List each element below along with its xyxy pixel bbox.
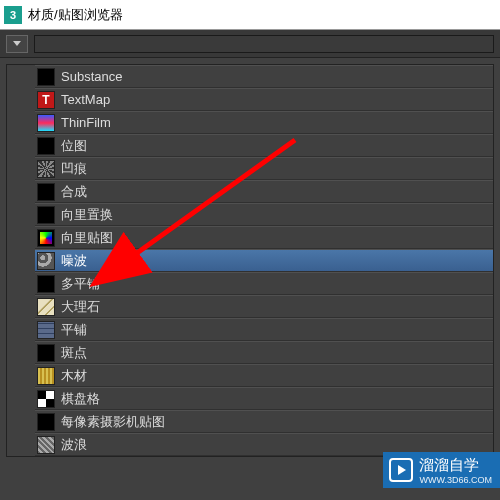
list-item-label: Substance bbox=[61, 69, 122, 84]
list-item-label: 斑点 bbox=[61, 344, 87, 362]
list-item-label: 位图 bbox=[61, 137, 87, 155]
map-list-container: SubstanceTTextMapThinFilm位图凹痕合成向里置换向里贴图噪… bbox=[0, 58, 500, 500]
toolbar bbox=[0, 30, 500, 58]
list-item-label: 波浪 bbox=[61, 436, 87, 454]
list-item[interactable]: 合成 bbox=[35, 180, 493, 203]
list-item[interactable]: 大理石 bbox=[35, 295, 493, 318]
map-thumbnail-icon bbox=[37, 321, 55, 339]
list-item[interactable]: 噪波 bbox=[35, 249, 493, 272]
map-thumbnail-icon bbox=[37, 252, 55, 270]
map-thumbnail-icon bbox=[37, 390, 55, 408]
map-thumbnail-icon bbox=[37, 298, 55, 316]
list-item-label: 向里贴图 bbox=[61, 229, 113, 247]
list-item-label: 合成 bbox=[61, 183, 87, 201]
list-item[interactable]: 棋盘格 bbox=[35, 387, 493, 410]
list-item[interactable]: 每像素摄影机贴图 bbox=[35, 410, 493, 433]
map-thumbnail-icon bbox=[37, 275, 55, 293]
map-thumbnail-icon bbox=[37, 183, 55, 201]
play-icon bbox=[389, 458, 413, 482]
list-item-label: ThinFilm bbox=[61, 115, 111, 130]
watermark-url: WWW.3D66.COM bbox=[419, 475, 492, 485]
search-input[interactable] bbox=[34, 35, 494, 53]
list-item-label: 棋盘格 bbox=[61, 390, 100, 408]
list-item[interactable]: 斑点 bbox=[35, 341, 493, 364]
list-item-label: 大理石 bbox=[61, 298, 100, 316]
list-item[interactable]: 向里置换 bbox=[35, 203, 493, 226]
list-item[interactable]: ThinFilm bbox=[35, 111, 493, 134]
map-thumbnail-icon: T bbox=[37, 91, 55, 109]
list-item[interactable]: 凹痕 bbox=[35, 157, 493, 180]
map-thumbnail-icon bbox=[37, 160, 55, 178]
map-thumbnail-icon bbox=[37, 344, 55, 362]
watermark-text: 溜溜自学 bbox=[419, 456, 479, 473]
map-thumbnail-icon bbox=[37, 229, 55, 247]
options-dropdown-button[interactable] bbox=[6, 35, 28, 53]
title-bar: 3 材质/贴图浏览器 bbox=[0, 0, 500, 30]
list-item-label: 平铺 bbox=[61, 321, 87, 339]
list-item[interactable]: 平铺 bbox=[35, 318, 493, 341]
map-thumbnail-icon bbox=[37, 413, 55, 431]
list-item[interactable]: 木材 bbox=[35, 364, 493, 387]
list-item[interactable]: TTextMap bbox=[35, 88, 493, 111]
list-item-label: TextMap bbox=[61, 92, 110, 107]
list-item[interactable]: 向里贴图 bbox=[35, 226, 493, 249]
map-thumbnail-icon bbox=[37, 137, 55, 155]
list-item-label: 凹痕 bbox=[61, 160, 87, 178]
list-item-label: 噪波 bbox=[61, 252, 87, 270]
watermark-badge: 溜溜自学 WWW.3D66.COM bbox=[383, 452, 500, 488]
map-thumbnail-icon bbox=[37, 367, 55, 385]
map-thumbnail-icon bbox=[37, 114, 55, 132]
list-item-label: 木材 bbox=[61, 367, 87, 385]
list-item[interactable]: Substance bbox=[35, 65, 493, 88]
app-icon: 3 bbox=[4, 6, 22, 24]
list-item-label: 每像素摄影机贴图 bbox=[61, 413, 165, 431]
list-item-label: 多平铺 bbox=[61, 275, 100, 293]
map-thumbnail-icon bbox=[37, 68, 55, 86]
map-thumbnail-icon bbox=[37, 436, 55, 454]
list-item[interactable]: 位图 bbox=[35, 134, 493, 157]
map-thumbnail-icon bbox=[37, 206, 55, 224]
window-title: 材质/贴图浏览器 bbox=[28, 6, 123, 24]
list-item-label: 向里置换 bbox=[61, 206, 113, 224]
list-item[interactable]: 多平铺 bbox=[35, 272, 493, 295]
map-list[interactable]: SubstanceTTextMapThinFilm位图凹痕合成向里置换向里贴图噪… bbox=[6, 64, 494, 457]
